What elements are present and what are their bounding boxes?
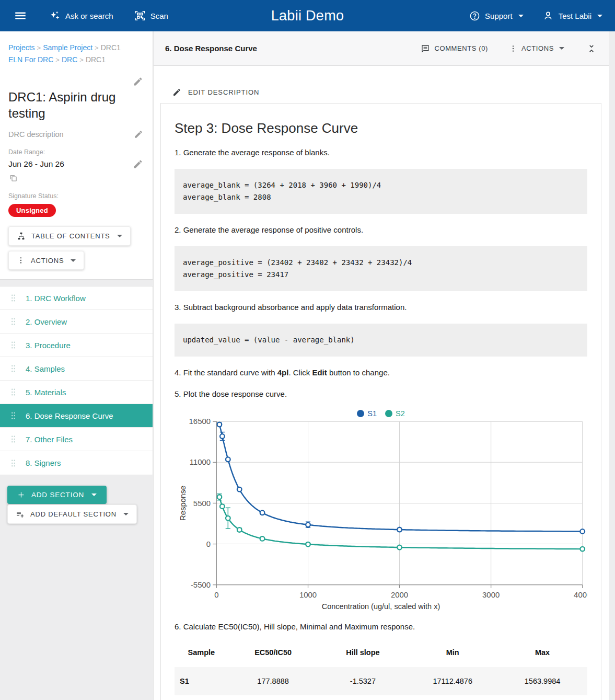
table-row: S2118.5073-1.06158080.2690-879.6482 — [175, 695, 587, 700]
chart-legend: S1S2 — [175, 409, 587, 418]
step-paragraph: 5. Plot the dose response curve. — [175, 388, 587, 400]
table-row: S1177.8888-1.532717112.48761563.9984 — [175, 667, 587, 695]
user-label: Test Labii — [559, 12, 591, 20]
drag-handle-icon[interactable] — [10, 435, 16, 443]
record-title: DRC1: Aspirin drug testing — [8, 89, 144, 121]
breadcrumb-separator: > — [37, 44, 41, 52]
table-header: EC50/IC50 — [228, 641, 318, 667]
section-item-label: 7. Other Files — [26, 435, 73, 444]
breadcrumb-item[interactable]: DRC — [62, 55, 77, 64]
sparkle-icon — [49, 10, 61, 21]
breadcrumb-item[interactable]: Projects — [8, 43, 35, 52]
sidebar-actions-label: ACTIONS — [31, 257, 64, 265]
table-cell: 118.5073 — [228, 695, 318, 700]
edit-title-pencil-icon[interactable] — [132, 75, 144, 88]
sidebar-section-item[interactable]: 6. Dose Response Curve — [0, 404, 153, 428]
drag-handle-icon[interactable] — [10, 317, 16, 326]
sidebar-section-item[interactable]: 4. Samples — [0, 357, 153, 381]
record-description: DRC description — [8, 130, 64, 139]
section-item-label: 4. Samples — [26, 364, 65, 373]
ask-or-search-label: Ask or search — [65, 12, 113, 20]
table-cell: -1.5327 — [318, 667, 408, 695]
drag-handle-icon[interactable] — [10, 294, 16, 302]
user-menu[interactable]: Test Labii — [542, 10, 602, 21]
scan-label: Scan — [150, 12, 168, 20]
breadcrumb-item[interactable]: ELN For DRC — [8, 55, 53, 64]
breadcrumb-separator: > — [79, 56, 84, 64]
svg-text:1000: 1000 — [299, 591, 317, 600]
svg-text:16500: 16500 — [189, 418, 211, 426]
sidebar-section-item[interactable]: 7. Other Files — [0, 428, 153, 451]
legend-item[interactable]: S2 — [385, 409, 405, 418]
section-actions-button[interactable]: ACTIONS — [509, 44, 564, 53]
table-cell: -879.6482 — [497, 695, 587, 700]
section-item-label: 2. Overview — [26, 317, 67, 326]
breadcrumb-separator: > — [95, 44, 99, 52]
app-title: Labii Demo — [271, 8, 344, 24]
step-paragraph: 4. Fit the standard curve with 4pl. Clic… — [175, 367, 587, 378]
hamburger-menu-icon[interactable] — [13, 8, 28, 24]
section-item-label: 1. DRC Workflow — [26, 294, 86, 303]
section-item-label: 5. Materials — [26, 388, 66, 397]
edit-description-pencil-icon[interactable] — [133, 129, 144, 140]
add-section-label: ADD SECTION — [31, 491, 84, 499]
sidebar-section-item[interactable]: 2. Overview — [0, 310, 153, 334]
edit-description-label: EDIT DESCRIPTION — [188, 88, 259, 96]
qr-scan-icon — [134, 10, 146, 21]
section-item-label: 8. Signers — [26, 458, 61, 467]
drag-handle-icon[interactable] — [10, 341, 16, 349]
collapse-icon[interactable] — [585, 42, 598, 55]
sidebar-actions-button[interactable]: ACTIONS — [8, 251, 84, 270]
add-default-section-button[interactable]: ADD DEFAULT SECTION — [7, 504, 137, 524]
breadcrumb-item[interactable]: Sample Project — [43, 43, 92, 52]
caret-down-icon — [117, 235, 122, 237]
code-block: updated_value = (value - average_blank) — [175, 324, 587, 357]
table-cell: 17112.4876 — [408, 667, 497, 695]
step-paragraph: 3. Subtract background absorbance and ap… — [175, 302, 587, 313]
main-panel: 6. Dose Response Curve COMMENTS (0) ACTI… — [153, 31, 609, 700]
table-cell: S1 — [175, 667, 228, 695]
legend-label: S1 — [367, 409, 377, 418]
help-icon — [469, 10, 480, 21]
ask-or-search-button[interactable]: Ask or search — [49, 10, 113, 21]
playlist-add-icon — [16, 510, 25, 519]
comments-label: COMMENTS (0) — [434, 44, 488, 52]
chart-xlabel: Concentration (ug/ul, scaled with x) — [175, 602, 587, 611]
comments-button[interactable]: COMMENTS (0) — [421, 44, 488, 53]
results-table: SampleEC50/IC50Hill slopeMinMaxS1177.888… — [175, 641, 587, 700]
section-item-label: 3. Procedure — [26, 341, 71, 350]
edit-description-button[interactable]: EDIT DESCRIPTION — [172, 88, 609, 97]
drag-handle-icon[interactable] — [10, 411, 16, 420]
edit-date-pencil-icon[interactable] — [132, 158, 144, 170]
pencil-icon — [172, 88, 181, 97]
dose-response-chart[interactable]: S1S201000200030004000-550005500110001650… — [175, 409, 587, 611]
add-section-button[interactable]: ADD SECTION — [7, 486, 107, 504]
sidebar-section-item[interactable]: 5. Materials — [0, 381, 153, 404]
table-of-contents-button[interactable]: TABLE OF CONTENTS — [8, 226, 131, 246]
support-menu[interactable]: Support — [469, 10, 524, 21]
drag-handle-icon[interactable] — [10, 388, 16, 396]
table-of-contents-label: TABLE OF CONTENTS — [31, 232, 110, 240]
sidebar-section-item[interactable]: 3. Procedure — [0, 334, 153, 357]
sidebar-section-item[interactable]: 8. Signers — [0, 451, 153, 475]
drag-handle-icon[interactable] — [10, 364, 16, 373]
chart-svg[interactable]: 01000200030004000-5500055001100016500Res… — [175, 418, 587, 602]
section-item-label: 6. Dose Response Curve — [26, 411, 113, 420]
table-cell: S2 — [175, 695, 228, 700]
copy-icon[interactable] — [8, 173, 18, 183]
caret-down-icon — [559, 47, 564, 50]
plus-icon — [17, 491, 25, 499]
chart-ylabel: Response — [178, 486, 187, 521]
svg-text:-5500: -5500 — [191, 580, 211, 589]
code-block: average_blank = (3264 + 2018 + 3960 + 19… — [175, 169, 587, 214]
section-header-title: 6. Dose Response Curve — [165, 44, 257, 53]
svg-text:4000: 4000 — [574, 591, 587, 600]
section-list: 1. DRC Workflow2. Overview3. Procedure4.… — [0, 286, 153, 475]
date-range-label: Date Range: — [8, 148, 144, 156]
legend-item[interactable]: S1 — [357, 409, 377, 418]
status-badge: Unsigned — [8, 204, 56, 217]
sidebar-section-item[interactable]: 1. DRC Workflow — [0, 286, 153, 310]
scan-button[interactable]: Scan — [134, 10, 168, 21]
drag-handle-icon[interactable] — [10, 459, 16, 467]
legend-dot-icon — [385, 410, 392, 417]
